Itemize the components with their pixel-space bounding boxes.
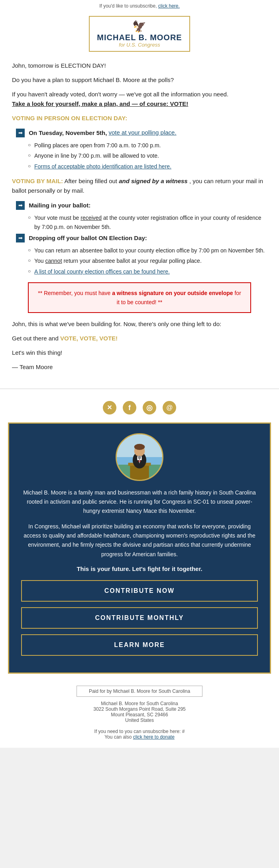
intro-line3: If you haven't already voted, don't worr… — [12, 90, 267, 109]
logo-container: 🦅 MICHAEL B. MOORE for U.S. Congress — [89, 16, 190, 52]
witness-emphasis: and signed by a witness — [119, 178, 188, 184]
dropoff-subbullet-3: A list of local county election offices … — [28, 267, 267, 276]
logo-eagle-icon: 🦅 — [97, 20, 182, 33]
closing-line2: Get out there and VOTE, VOTE, VOTE! — [12, 334, 267, 343]
reminder-box: ** Remember, you must have a witness sig… — [28, 282, 251, 313]
footer-address1: Michael B. Moore for South Carolina — [101, 701, 178, 706]
divider — [0, 389, 279, 389]
witness-bold: a witness signature on your outside enve… — [112, 290, 233, 296]
learn-more-button[interactable]: LEARN MORE — [21, 634, 258, 656]
subbullet-photo-id: Forms of acceptable photo identification… — [28, 162, 267, 171]
instagram-icon[interactable]: ◎ — [143, 401, 156, 414]
footer-address4: United States — [125, 717, 154, 723]
voting-in-person-heading: VOTING IN PERSON ON ELECTION DAY: — [12, 113, 267, 123]
vote-at-polling-link[interactable]: vote at your polling place. — [109, 129, 177, 136]
header: 🦅 MICHAEL B. MOORE for U.S. Congress — [0, 12, 279, 54]
bio-text-2: In Congress, Michael will prioritize bui… — [21, 522, 258, 559]
threads-icon[interactable]: @ — [163, 401, 176, 414]
footer-donate-text: You can also — [104, 734, 133, 740]
intro-cta: Take a look for yourself, make a plan, a… — [12, 100, 188, 107]
dropoff-subbullets: You can return an absentee ballot to you… — [28, 246, 267, 276]
email-wrapper: If you'd like to unsubscribe, click here… — [0, 0, 279, 748]
photo-id-link[interactable]: Forms of acceptable photo identification… — [34, 163, 171, 170]
donate-box: Michael B. Moore is a family man and bus… — [8, 422, 271, 674]
candidate-title: for U.S. Congress — [97, 42, 182, 48]
county-offices-link[interactable]: A list of local county election offices … — [34, 268, 170, 275]
intro-line2: Do you have a plan to support Michael B.… — [12, 75, 267, 85]
main-content: John, tomorrow is ELECTION DAY! Do you h… — [0, 54, 279, 381]
paid-by-box: Paid for by Michael B. Moore for South C… — [77, 686, 202, 697]
dropoff-subbullet-2: You cannot return your absentee ballot a… — [28, 256, 267, 265]
closing-sign: — Team Moore — [12, 362, 267, 372]
closing-line1: John, this is what we've been building f… — [12, 319, 267, 329]
footer-donate-link[interactable]: click here to donate — [133, 734, 175, 740]
top-bar: If you'd like to unsubscribe, click here… — [0, 0, 279, 12]
tagline: This is your future. Let's fight for it … — [21, 565, 258, 572]
voting-by-mail-intro: VOTING BY MAIL: After being filled out a… — [12, 176, 267, 195]
svg-point-11 — [138, 456, 141, 459]
cannot-underline: cannot — [45, 258, 62, 264]
contribute-monthly-button[interactable]: CONTRIBUTE MONTHLY — [21, 607, 258, 629]
intro-line1: John, tomorrow is ELECTION DAY! — [12, 61, 267, 70]
mailing-subbullet-1: Your vote must be received at the county… — [28, 213, 267, 231]
x-icon[interactable]: ✕ — [103, 401, 116, 414]
vote-call: VOTE, VOTE, VOTE! — [60, 335, 118, 342]
dropoff-ballot-bullet: ➡ Dropping off your ballot ON Election D… — [16, 233, 267, 243]
facebook-icon[interactable]: f — [123, 401, 136, 414]
subbullet-hours: Polling places are open from 7:00 a.m. t… — [28, 141, 267, 150]
mailing-label: Mailing in your ballot: — [29, 202, 90, 209]
arrow-icon-3: ➡ — [16, 234, 25, 242]
bio-text-1: Michael B. Moore is a family man and bus… — [21, 488, 258, 516]
svg-point-7 — [134, 444, 145, 450]
footer-unsub-text: If you need to you can unsubscribe here:… — [94, 729, 185, 734]
voting-in-person-bullet: ➡ On Tuesday, November 5th, vote at your… — [16, 128, 267, 138]
unsubscribe-link[interactable]: click here. — [158, 3, 180, 9]
footer-address3: Mount Pleasant, SC 29466 — [111, 712, 168, 717]
paid-by-text: Paid for by Michael B. Moore for South C… — [89, 688, 190, 694]
arrow-icon-1: ➡ — [16, 129, 25, 137]
voting-in-person-section: VOTING IN PERSON ON ELECTION DAY: ➡ On T… — [12, 113, 267, 171]
footer: Paid for by Michael B. Moore for South C… — [0, 682, 279, 748]
voting-by-mail-section: VOTING BY MAIL: After being filled out a… — [12, 176, 267, 276]
mailing-subbullets: Your vote must be received at the county… — [28, 213, 267, 231]
unsubscribe-text: If you'd like to unsubscribe, — [99, 3, 158, 9]
mailing-ballot-bullet: ➡ Mailing in your ballot: — [16, 200, 267, 210]
dropoff-subbullet-1: You can return an absentee ballot to you… — [28, 246, 267, 255]
candidate-name: MICHAEL B. MOORE — [97, 33, 182, 42]
social-bar: ✕ f ◎ @ — [0, 397, 279, 418]
voting-in-person-subbullets: Polling places are open from 7:00 a.m. t… — [28, 141, 267, 171]
contribute-now-button[interactable]: CONTRIBUTE NOW — [21, 580, 258, 602]
voting-by-mail-heading: VOTING BY MAIL: — [12, 178, 63, 184]
dropoff-label: Dropping off your ballot ON Election Day… — [29, 235, 147, 241]
arrow-icon-2: ➡ — [16, 201, 25, 210]
footer-address2: 3022 South Morgans Point Road, Suite 295 — [93, 706, 186, 712]
candidate-photo — [116, 433, 163, 481]
vote-label: On Tuesday, November 5th, — [29, 129, 107, 136]
closing-line3: Let's win this thing! — [12, 348, 267, 358]
subbullet-line: Anyone in line by 7:00 p.m. will be allo… — [28, 151, 267, 160]
received-underline: received — [81, 215, 102, 221]
